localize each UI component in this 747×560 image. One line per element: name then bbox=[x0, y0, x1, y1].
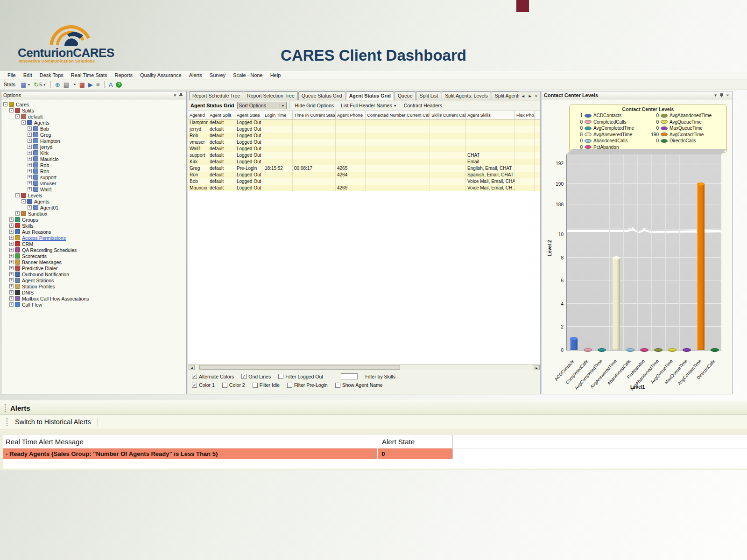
refresh-icon[interactable]: ↻5▼ bbox=[33, 80, 47, 89]
tree-item-default[interactable]: -default bbox=[1, 113, 186, 119]
expand-toggle-icon[interactable]: + bbox=[28, 145, 32, 149]
column-header-skills-current-call[interactable]: Skills Current Call bbox=[430, 111, 466, 119]
tree-item-dnis[interactable]: +DNIS bbox=[1, 289, 186, 295]
tab-split-agents-default[interactable]: Split Agents: default bbox=[492, 91, 519, 100]
clock-icon[interactable]: ◔ bbox=[71, 80, 77, 89]
tree-item-rob[interactable]: +Rob bbox=[1, 162, 186, 168]
menu-real-time-stats[interactable]: Real Time Stats bbox=[67, 72, 111, 78]
expand-toggle-icon[interactable]: + bbox=[9, 272, 14, 276]
expand-toggle-icon[interactable]: + bbox=[28, 126, 32, 131]
expand-toggle-icon[interactable]: + bbox=[9, 284, 14, 288]
tab-split-agents-levels[interactable]: Split Agents: Levels bbox=[442, 91, 491, 100]
expand-toggle-icon[interactable]: + bbox=[9, 266, 14, 270]
tree-item-kirk[interactable]: +Kirk bbox=[1, 150, 186, 156]
menu-scale-none[interactable]: Scale - None bbox=[229, 72, 267, 78]
document-icon[interactable]: ≡ bbox=[95, 80, 101, 89]
menu-survey[interactable]: Survey bbox=[206, 72, 229, 78]
tab-report-selection-tree[interactable]: Report Selection Tree bbox=[244, 91, 298, 100]
expand-toggle-icon[interactable]: + bbox=[28, 151, 32, 155]
tree-item-sandbox[interactable]: +Sandbox bbox=[1, 210, 186, 217]
column-header-agent-phone[interactable]: Agent Phone bbox=[336, 111, 366, 119]
alert-message-column-header[interactable]: Real Time Alert Message bbox=[3, 435, 378, 448]
column-header-agent-split[interactable]: Agent Split bbox=[208, 111, 235, 119]
tree-item-hampton[interactable]: +Hampton bbox=[1, 138, 186, 144]
expand-toggle-icon[interactable]: + bbox=[9, 217, 14, 222]
options-pin-icon[interactable] bbox=[177, 93, 184, 98]
chart-pin-icon[interactable] bbox=[718, 93, 725, 98]
menu-edit[interactable]: Edit bbox=[20, 72, 36, 78]
agent-row-mauricio[interactable]: MauriciodefaultLogged Out4269Voice Mail,… bbox=[188, 185, 540, 191]
tab-report-schedule-tree[interactable]: Report Schedule Tree bbox=[189, 91, 243, 100]
menu-help[interactable]: Help bbox=[267, 72, 285, 78]
tree-item-aux-reasons[interactable]: +Aux Reasons bbox=[1, 229, 186, 235]
expand-toggle-icon[interactable]: + bbox=[9, 290, 14, 294]
tree-item-mauricio[interactable]: +Mauricio bbox=[1, 156, 186, 162]
expand-toggle-icon[interactable]: + bbox=[28, 175, 32, 179]
tree-item-agents[interactable]: -Agents bbox=[1, 198, 186, 204]
tree-item-scorecards[interactable]: +Scorecards bbox=[1, 253, 186, 259]
tree-item-skills[interactable]: +Skills bbox=[1, 223, 186, 229]
tree-item-greg[interactable]: +Greg bbox=[1, 132, 186, 138]
tree-item-banner-messages[interactable]: +Banner Messages bbox=[1, 259, 186, 265]
options-collapse-icon[interactable]: ▾ bbox=[172, 93, 177, 98]
expand-toggle-icon[interactable]: + bbox=[9, 302, 14, 307]
checkbox-grid-lines[interactable]: ✓Grid Lines bbox=[241, 374, 271, 379]
tree-item-predictive-dialer[interactable]: +Predictive Dialer bbox=[1, 265, 186, 271]
help-icon[interactable]: ? bbox=[115, 80, 123, 89]
expand-toggle-icon[interactable]: + bbox=[9, 260, 14, 264]
expand-toggle-icon[interactable]: + bbox=[28, 133, 32, 137]
switch-to-historical-alerts-button[interactable]: Switch to Historical Alerts bbox=[12, 417, 94, 427]
menu-alerts[interactable]: Alerts bbox=[185, 72, 206, 78]
tree-item-agents[interactable]: -Agents bbox=[1, 119, 186, 126]
drag-handle-icon[interactable] bbox=[5, 404, 6, 412]
agent-row-ron[interactable]: RondefaultLogged Out4264Spanish, Email, … bbox=[188, 172, 540, 178]
calendar-icon[interactable]: ▦ bbox=[78, 80, 86, 89]
list-full-header-names-button[interactable]: List Full Header Names▼ bbox=[338, 102, 399, 109]
scroll-right-icon[interactable]: ► bbox=[534, 365, 540, 370]
scroll-left-icon[interactable]: ◄ bbox=[189, 365, 195, 370]
tab-queue[interactable]: Queue bbox=[395, 91, 416, 100]
media-icon[interactable]: ▶ bbox=[87, 80, 94, 89]
column-header-agentid[interactable]: AgentId bbox=[188, 111, 208, 119]
checkbox-color-2[interactable]: Color 2 bbox=[222, 382, 245, 388]
alert-state-column-header[interactable]: Alert State bbox=[378, 435, 453, 448]
expand-toggle-icon[interactable]: + bbox=[28, 163, 32, 167]
expand-toggle-icon[interactable]: + bbox=[9, 296, 14, 301]
tree-item-call-flow[interactable]: +Call Flow bbox=[1, 301, 186, 308]
checkbox-filter-logged-out[interactable]: Filter Logged Out bbox=[278, 374, 323, 379]
column-header-agent-skills[interactable]: Agent Skills bbox=[466, 111, 515, 119]
tab-close-icon[interactable]: × bbox=[534, 93, 538, 99]
drag-handle-icon[interactable] bbox=[7, 418, 7, 426]
tree-item-qa-recording-schedules[interactable]: +QA Recording Schedules bbox=[1, 247, 186, 253]
agent-row-kirk[interactable]: KirkdefaultLogged OutEmail bbox=[188, 159, 540, 165]
tree-item-cares[interactable]: -Cares bbox=[1, 101, 186, 107]
tree-item-jerryd[interactable]: +jerryd bbox=[1, 144, 186, 150]
agent-row-hampton[interactable]: HamptondefaultLogged Out bbox=[188, 119, 540, 126]
collapse-toggle-icon[interactable]: - bbox=[3, 102, 7, 106]
column-header-flex-phone[interactable]: Flex Phone bbox=[515, 111, 535, 119]
checkbox-show-agent-name[interactable]: Show Agent Name bbox=[335, 382, 383, 388]
tree-item-crm[interactable]: +CRM bbox=[1, 241, 186, 247]
expand-toggle-icon[interactable]: + bbox=[15, 211, 20, 216]
tree-item-agent01[interactable]: +Agent01 bbox=[1, 204, 186, 210]
tab-split-list[interactable]: Split List bbox=[416, 91, 441, 100]
contract-headers-button[interactable]: Contract Headers bbox=[402, 102, 444, 109]
tab-scroll-right-icon[interactable]: ► bbox=[527, 93, 533, 99]
expand-toggle-icon[interactable]: + bbox=[28, 205, 32, 210]
agent-row-wall1[interactable]: Wall1defaultLogged Out bbox=[188, 146, 540, 152]
hide-grid-options-button[interactable]: Hide Grid Options bbox=[293, 102, 336, 109]
column-header-login-time[interactable]: Login Time bbox=[263, 111, 293, 119]
expand-toggle-icon[interactable]: + bbox=[28, 181, 32, 185]
agent-row-bob[interactable]: BobdefaultLogged OutVoice Mail, Email, C… bbox=[188, 178, 540, 185]
tree-item-groups[interactable]: +Groups bbox=[1, 217, 186, 223]
checkbox-filter-pre-login[interactable]: Filter Pre-Login bbox=[287, 382, 328, 388]
expand-toggle-icon[interactable]: + bbox=[9, 230, 14, 234]
horizontal-scrollbar[interactable]: ◄ ► bbox=[188, 364, 540, 370]
expand-toggle-icon[interactable]: + bbox=[9, 236, 14, 240]
tree-item-ron[interactable]: +Ron bbox=[1, 168, 186, 174]
collapse-toggle-icon[interactable]: - bbox=[21, 199, 26, 203]
checkbox-alternate-colors[interactable]: ✓Alternate Colors bbox=[192, 374, 234, 379]
expand-toggle-icon[interactable]: + bbox=[28, 157, 32, 161]
tree-item-mailbox-call-flow-associations[interactable]: +Mailbox Call Flow Associations bbox=[1, 295, 186, 301]
collapse-toggle-icon[interactable]: - bbox=[15, 114, 20, 119]
